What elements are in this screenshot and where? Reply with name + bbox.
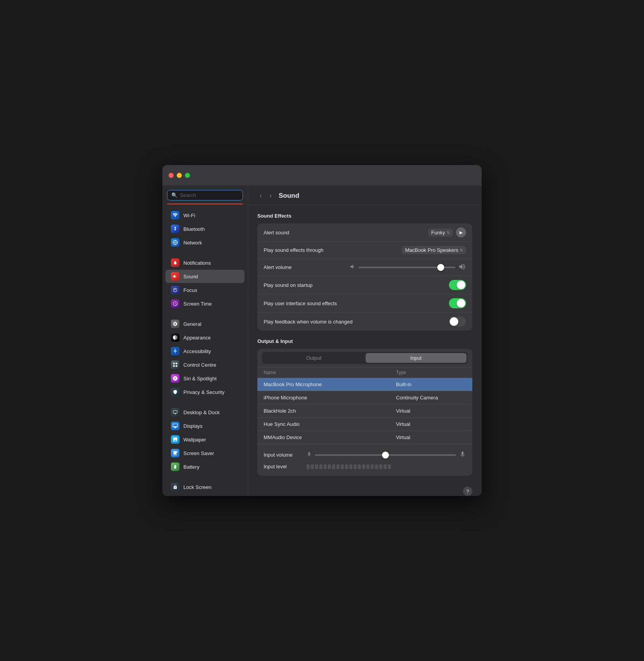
sidebar-item-screensaver[interactable]: Screen Saver — [165, 447, 245, 460]
play-button[interactable]: ▶ — [456, 227, 466, 237]
output-input-section-title: Output & Input — [257, 338, 472, 344]
sidebar-item-label: Siri & Spotlight — [183, 376, 216, 381]
play-feedback-label: Play feedback when volume is changed — [264, 319, 449, 325]
alert-sound-dropdown[interactable]: Funky ⇅ — [428, 229, 453, 237]
play-ui-toggle[interactable] — [449, 298, 466, 308]
sidebar-item-label: Appearance — [183, 335, 211, 341]
device-type: Virtual — [396, 434, 466, 440]
play-through-control: MacBook Pro Speakers ⇅ — [402, 246, 466, 254]
input-level-row: Input level — [264, 461, 466, 472]
sidebar-item-battery[interactable]: Battery — [165, 460, 245, 473]
table-row[interactable]: Hue Sync Audio Virtual — [257, 418, 472, 431]
maximize-button[interactable] — [185, 173, 190, 178]
sidebar-item-displays[interactable]: Displays — [165, 419, 245, 432]
sidebar-item-label: Privacy & Security — [183, 389, 224, 395]
level-bar — [336, 464, 340, 469]
input-volume-row: Input volume — [264, 448, 466, 461]
svg-rect-7 — [173, 411, 177, 413]
screensaver-icon — [171, 449, 179, 457]
forward-button[interactable]: › — [267, 192, 274, 200]
sidebar-item-wallpaper[interactable]: Wallpaper — [165, 433, 245, 446]
play-startup-label: Play sound on startup — [264, 282, 449, 288]
mic-low-icon — [306, 452, 312, 458]
traffic-lights — [169, 173, 190, 178]
level-bar — [349, 464, 352, 469]
search-icon: 🔍 — [171, 192, 178, 198]
tab-input[interactable]: Input — [366, 353, 467, 363]
sidebar-item-siri[interactable]: Siri & Spotlight — [165, 372, 245, 385]
sidebar-item-lockscreen[interactable]: Lock Screen — [165, 480, 245, 494]
sidebar-item-label: Network — [183, 240, 202, 246]
play-through-dropdown[interactable]: MacBook Pro Speakers ⇅ — [402, 246, 466, 254]
level-bar — [324, 464, 327, 469]
table-row[interactable]: iPhone Microphone Continuity Camera — [257, 391, 472, 404]
alert-volume-track[interactable] — [359, 267, 455, 268]
sidebar-item-privacy[interactable]: Privacy & Security — [165, 385, 245, 399]
window-content: 🔍 Wi-Fi Bluetooth — [162, 185, 482, 496]
sidebar-item-label: Focus — [183, 287, 197, 293]
play-ui-row: Play user interface sound effects — [257, 294, 472, 313]
sidebar-item-general[interactable]: General — [165, 317, 245, 330]
sidebar-item-label: Accessibility — [183, 348, 211, 354]
minimize-button[interactable] — [177, 173, 182, 178]
svg-rect-5 — [173, 365, 175, 367]
table-row[interactable]: MMAudio Device Virtual — [257, 431, 472, 444]
sidebar-item-focus[interactable]: Focus — [165, 283, 245, 297]
level-bar — [306, 464, 310, 469]
screentime-icon — [171, 299, 179, 308]
table-row[interactable]: BlackHole 2ch Virtual — [257, 404, 472, 418]
sidebar-item-notifications[interactable]: Notifications — [165, 256, 245, 269]
input-level-bars — [306, 464, 391, 469]
sidebar-item-wifi[interactable]: Wi-Fi — [165, 209, 245, 222]
level-bar — [341, 464, 344, 469]
close-button[interactable] — [169, 173, 174, 178]
volume-high-icon — [458, 263, 466, 272]
sidebar-item-screentime[interactable]: Screen Time — [165, 297, 245, 310]
search-input[interactable] — [180, 192, 239, 198]
level-bar — [354, 464, 357, 469]
level-bar — [375, 464, 378, 469]
sidebar-item-appearance[interactable]: Appearance — [165, 331, 245, 344]
alert-sound-label: Alert sound — [264, 230, 428, 236]
help-button[interactable]: ? — [463, 487, 472, 496]
main-content: Sound Effects Alert sound Funky ⇅ ▶ — [248, 205, 482, 496]
focus-icon — [171, 286, 179, 294]
sidebar-item-controlcentre[interactable]: Control Centre — [165, 358, 245, 371]
table-row[interactable]: MacBook Pro Microphone Built-in — [257, 378, 472, 391]
input-volume-track[interactable] — [315, 454, 456, 456]
play-feedback-toggle[interactable] — [449, 316, 466, 327]
alert-volume-row: Alert volume — [257, 259, 472, 276]
title-bar — [162, 165, 482, 185]
sidebar-item-sound[interactable]: Sound — [165, 270, 245, 283]
play-feedback-row: Play feedback when volume is changed — [257, 313, 472, 330]
desktop-icon — [171, 408, 179, 417]
general-icon — [171, 320, 179, 328]
level-bar — [358, 464, 361, 469]
siri-icon — [171, 374, 179, 383]
back-button[interactable]: ‹ — [257, 192, 264, 200]
search-box[interactable]: 🔍 — [167, 190, 243, 200]
sidebar-item-label: Lock Screen — [183, 484, 211, 490]
sidebar-item-label: Battery — [183, 464, 199, 470]
play-startup-toggle[interactable] — [449, 280, 466, 290]
io-tab-section: Output Input — [257, 349, 472, 367]
search-container: 🔍 — [162, 185, 248, 204]
sidebar-item-label: Screen Saver — [183, 450, 214, 456]
level-bar — [384, 464, 387, 469]
device-name: iPhone Microphone — [264, 395, 396, 401]
level-bar — [388, 464, 391, 469]
sidebar-item-bluetooth[interactable]: Bluetooth — [165, 222, 245, 236]
wallpaper-icon — [171, 435, 179, 444]
sidebar-item-accessibility[interactable]: Accessibility — [165, 345, 245, 358]
svg-point-2 — [175, 349, 176, 350]
tab-output[interactable]: Output — [263, 353, 364, 363]
sidebar-item-network[interactable]: Network — [165, 236, 245, 249]
level-bar — [328, 464, 331, 469]
device-name: MMAudio Device — [264, 434, 396, 440]
main-header: ‹ › Sound — [248, 185, 482, 205]
level-bar — [319, 464, 322, 469]
sidebar-item-label: Sound — [183, 274, 198, 280]
sidebar-item-desktop[interactable]: Desktop & Dock — [165, 406, 245, 419]
wifi-icon — [171, 211, 179, 220]
page-title: Sound — [279, 192, 299, 200]
